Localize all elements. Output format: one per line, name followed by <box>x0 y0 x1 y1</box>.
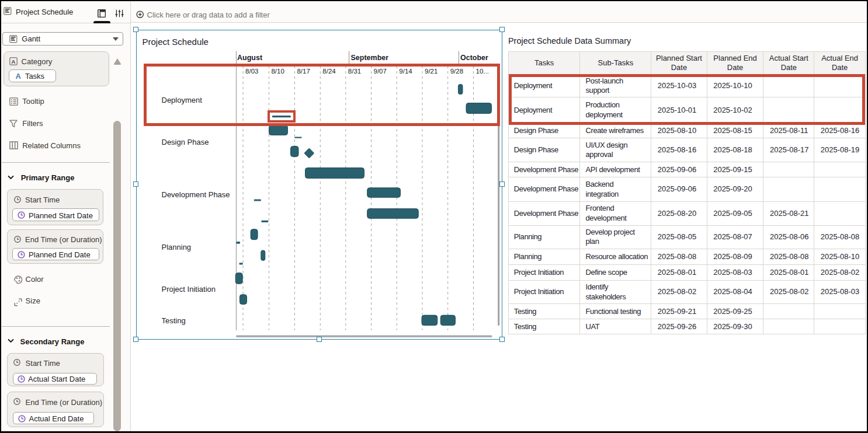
svg-text:A: A <box>12 58 16 64</box>
